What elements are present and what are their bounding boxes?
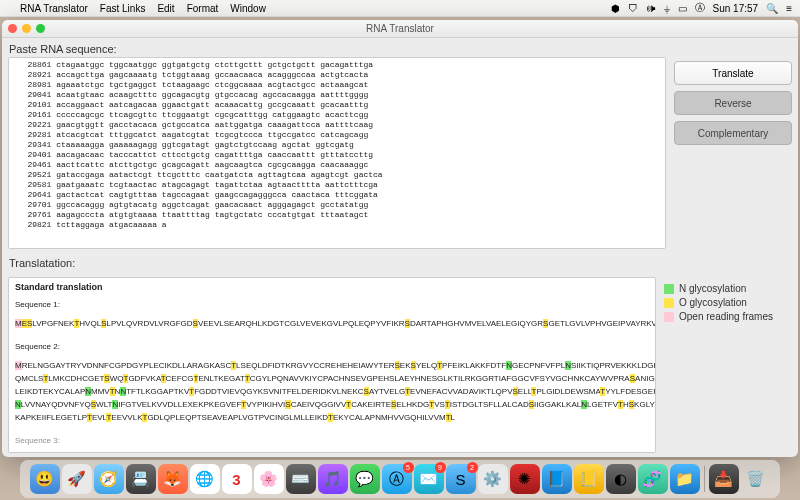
menu-icon[interactable]: ≡ (786, 3, 792, 14)
dock-app4[interactable]: ◐ (606, 464, 636, 494)
seq3-label: Sequence 3: (15, 435, 649, 446)
clock[interactable]: Sun 17:57 (713, 3, 759, 14)
a-icon[interactable]: Ⓐ (695, 1, 705, 15)
dock-firefox[interactable]: 🦊 (158, 464, 188, 494)
dock-safari[interactable]: 🧭 (94, 464, 124, 494)
seq2-label: Sequence 2: (15, 341, 649, 352)
dock-chrome[interactable]: 🌐 (190, 464, 220, 494)
dock-app1[interactable]: ✺ (510, 464, 540, 494)
rna-input-panel[interactable]: 28861 ctagaatggc tggcaatggc ggtgatgctg c… (8, 57, 666, 249)
translation-output[interactable]: Standard translation Sequence 1: MESLVPG… (8, 277, 656, 453)
dock-mail[interactable]: ✉️9 (414, 464, 444, 494)
legend-swatch-pink (664, 312, 674, 322)
dock-launchpad[interactable]: 🚀 (62, 464, 92, 494)
menubar-item[interactable]: Fast Links (100, 3, 146, 14)
dock-appstore[interactable]: Ⓐ5 (382, 464, 412, 494)
dock-messages[interactable]: 💬 (350, 464, 380, 494)
dock-settings[interactable]: ⚙️ (478, 464, 508, 494)
dock-contacts[interactable]: 📇 (126, 464, 156, 494)
reverse-button[interactable]: Reverse (674, 91, 792, 115)
translation-label: Translatation: (9, 257, 792, 269)
complementary-button[interactable]: Complementary (674, 121, 792, 145)
dock-downloads[interactable]: 📥 (709, 464, 739, 494)
menubar-item[interactable]: Window (230, 3, 266, 14)
titlebar: RNA Translator (2, 20, 798, 38)
dock-finder[interactable]: 😃 (30, 464, 60, 494)
dock-app2[interactable]: 📘 (542, 464, 572, 494)
translation-heading: Standard translation (15, 282, 103, 292)
dock-trash[interactable]: 🗑️ (741, 464, 771, 494)
dropbox-icon[interactable]: ⬢ (611, 3, 620, 14)
dock-itunes[interactable]: 🎵 (318, 464, 348, 494)
dock-app3[interactable]: 📒 (574, 464, 604, 494)
translate-button[interactable]: Translate (674, 61, 792, 85)
dock-app5[interactable]: 🧬 (638, 464, 668, 494)
dock: 😃 🚀 🧭 📇 🦊 🌐 3 🌸 ⌨️ 🎵 💬 Ⓐ5 ✉️9 S2 ⚙️ ✺ 📘 … (20, 460, 780, 498)
menubar-item[interactable]: Format (187, 3, 219, 14)
dock-photos[interactable]: 🌸 (254, 464, 284, 494)
volume-icon[interactable]: 🕪 (646, 3, 656, 14)
legend-swatch-yellow (664, 298, 674, 308)
menubar-app[interactable]: RNA Translator (20, 3, 88, 14)
shield-icon[interactable]: ⛉ (628, 3, 638, 14)
dock-calendar[interactable]: 3 (222, 464, 252, 494)
menubar-item[interactable]: Edit (157, 3, 174, 14)
paste-label: Paste RNA sequence: (9, 43, 792, 55)
dock-app6[interactable]: 📁 (670, 464, 700, 494)
dock-skype[interactable]: S2 (446, 464, 476, 494)
app-window: RNA Translator Paste RNA sequence: 28861… (2, 20, 798, 457)
legend: N glycosylation O glycosylation Open rea… (664, 277, 792, 453)
battery-icon[interactable]: ▭ (678, 3, 687, 14)
dock-terminal[interactable]: ⌨️ (286, 464, 316, 494)
maximize-icon[interactable] (36, 24, 45, 33)
window-title: RNA Translator (366, 23, 434, 34)
spotlight-icon[interactable]: 🔍 (766, 3, 778, 14)
minimize-icon[interactable] (22, 24, 31, 33)
wifi-icon[interactable]: ⏚ (664, 3, 670, 14)
close-icon[interactable] (8, 24, 17, 33)
legend-swatch-green (664, 284, 674, 294)
seq1-label: Sequence 1: (15, 299, 649, 310)
